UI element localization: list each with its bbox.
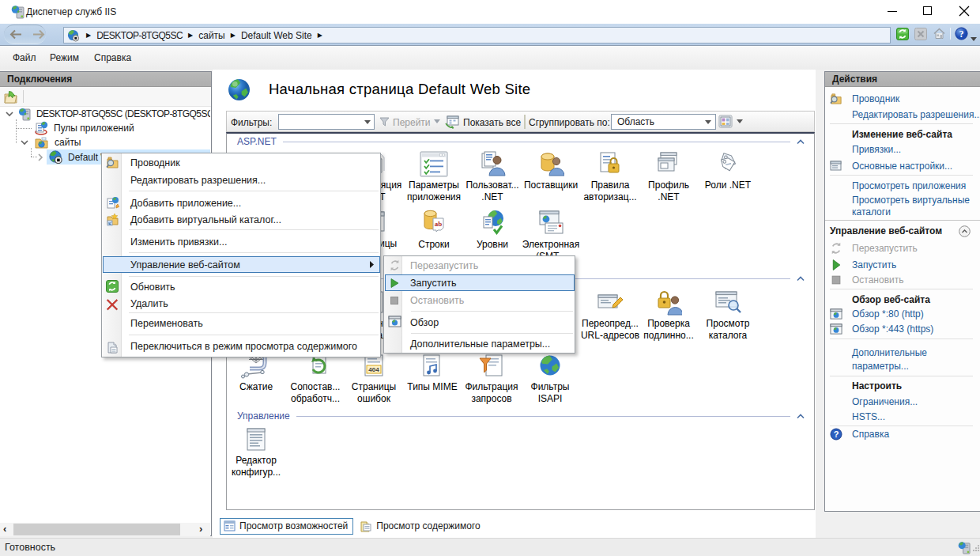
svg-text:?: ? [959, 29, 964, 39]
svg-text:ab: ab [435, 220, 443, 228]
svg-text:?: ? [834, 429, 839, 439]
svg-text:404: 404 [368, 366, 379, 373]
